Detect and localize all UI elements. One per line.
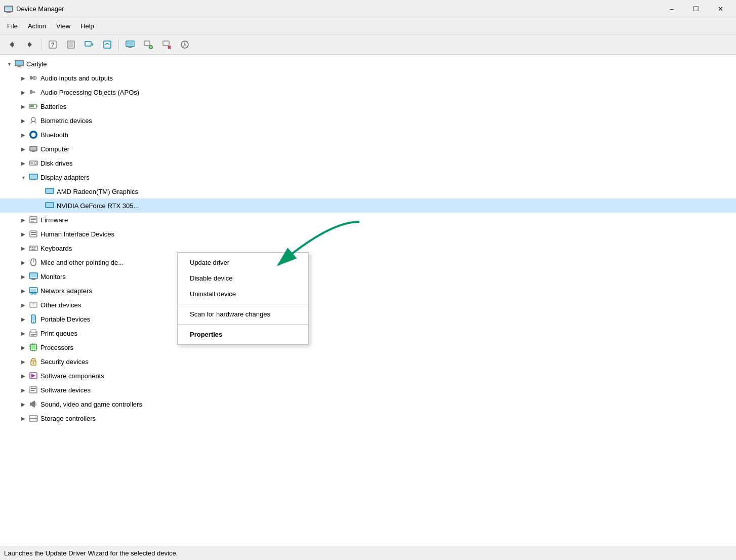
- tree-other[interactable]: ▶ ? Other devices: [0, 298, 736, 312]
- toolbar-update[interactable]: [176, 36, 193, 53]
- ctx-scan-hardware[interactable]: Scan for hardware changes: [178, 306, 308, 322]
- tree-software-components[interactable]: ▶ Software components: [0, 369, 736, 383]
- mice-toggle[interactable]: ▶: [18, 257, 28, 267]
- svg-rect-87: [34, 343, 35, 345]
- keyboards-toggle[interactable]: ▶: [18, 243, 28, 253]
- software-components-toggle[interactable]: ▶: [18, 371, 28, 381]
- toolbar-back[interactable]: [3, 36, 20, 53]
- tree-network[interactable]: ▶ Network adapters: [0, 284, 736, 298]
- toolbar-forward[interactable]: [21, 36, 38, 53]
- root-toggle[interactable]: ▾: [4, 59, 14, 69]
- firmware-icon: [28, 215, 38, 225]
- tree-keyboards[interactable]: ▶ Keyboards: [0, 241, 736, 255]
- computer-toggle[interactable]: ▶: [18, 144, 28, 154]
- tree-sound[interactable]: ▶ Sound, video and game controllers: [0, 397, 736, 411]
- toolbar-add-device[interactable]: [140, 36, 157, 53]
- svg-point-44: [34, 162, 37, 165]
- batteries-label: Batteries: [40, 103, 66, 110]
- processor-icon: [28, 342, 38, 352]
- batteries-toggle[interactable]: ▶: [18, 101, 28, 111]
- maximize-button[interactable]: ☐: [684, 2, 708, 16]
- ctx-properties[interactable]: Properties: [178, 327, 308, 342]
- tree-disk-drives[interactable]: ▶ Disk drives: [0, 156, 736, 170]
- tree-mice[interactable]: ▶ Mice and other pointing de...: [0, 255, 736, 269]
- tree-software-devices[interactable]: ▶ Software devices: [0, 383, 736, 397]
- hid-toggle[interactable]: ▶: [18, 229, 28, 239]
- tree-display-adapters[interactable]: ▾ Display adapters: [0, 170, 736, 184]
- main-content[interactable]: ▾ Carlyle ▶ Audio inputs: [0, 55, 736, 546]
- processors-label: Processors: [40, 344, 73, 351]
- toolbar-scan[interactable]: [99, 36, 116, 53]
- svg-rect-100: [31, 390, 34, 391]
- print-toggle[interactable]: ▶: [18, 328, 28, 338]
- status-bar: Launches the Update Driver Wizard for th…: [0, 546, 736, 560]
- toolbar-show-hidden[interactable]: [62, 36, 79, 53]
- toolbar-properties[interactable]: ?: [44, 36, 61, 53]
- tree-computer[interactable]: ▶ Computer: [0, 142, 736, 156]
- other-toggle[interactable]: ▶: [18, 300, 28, 310]
- tree-hid[interactable]: ▶ Human Interface Devices: [0, 227, 736, 241]
- svg-text:?: ?: [51, 42, 55, 48]
- svg-rect-89: [34, 350, 35, 351]
- toolbar-monitor[interactable]: [121, 36, 139, 53]
- tree-processors[interactable]: ▶ Processors: [0, 340, 736, 354]
- firmware-toggle[interactable]: ▶: [18, 215, 28, 225]
- svg-marker-102: [32, 401, 35, 408]
- hid-icon: [28, 229, 38, 239]
- tree-storage[interactable]: ▶ Storage controllers: [0, 411, 736, 425]
- tree-audio-processing[interactable]: ▶ Audio Processing Objects (APOs): [0, 85, 736, 99]
- biometric-toggle[interactable]: ▶: [18, 115, 28, 126]
- svg-rect-42: [32, 151, 35, 152]
- software-devices-toggle[interactable]: ▶: [18, 385, 28, 395]
- ctx-update-driver[interactable]: Update driver: [178, 255, 308, 270]
- monitors-toggle[interactable]: ▶: [18, 271, 28, 282]
- portable-toggle[interactable]: ▶: [18, 314, 28, 324]
- menu-bar: File Action View Help: [0, 18, 736, 34]
- tree-nvidia[interactable]: ▶ NVIDIA GeForce RTX 305...: [0, 198, 736, 213]
- security-toggle[interactable]: ▶: [18, 356, 28, 367]
- audio-inputs-toggle[interactable]: ▶: [18, 73, 28, 83]
- svg-rect-33: [30, 90, 32, 94]
- tree-biometric[interactable]: ▶ Biometric devices: [0, 113, 736, 128]
- tree-monitors[interactable]: ▶ Monitors: [0, 269, 736, 284]
- sound-toggle[interactable]: ▶: [18, 399, 28, 409]
- tree-portable[interactable]: ▶ Portable Devices: [0, 312, 736, 326]
- menu-action[interactable]: Action: [23, 20, 51, 32]
- amd-label: AMD Radeon(TM) Graphics: [57, 188, 138, 195]
- tree-amd-radeon[interactable]: ▶ AMD Radeon(TM) Graphics: [0, 184, 736, 198]
- processors-toggle[interactable]: ▶: [18, 342, 28, 352]
- audio-processing-toggle[interactable]: ▶: [18, 87, 28, 97]
- menu-view[interactable]: View: [51, 20, 75, 32]
- svg-rect-2: [6, 13, 12, 13]
- svg-rect-68: [30, 273, 37, 277]
- storage-toggle[interactable]: ▶: [18, 413, 28, 423]
- svg-rect-56: [31, 221, 34, 222]
- network-toggle[interactable]: ▶: [18, 286, 28, 296]
- tree-bluetooth[interactable]: ▶ ⬢ Bluetooth: [0, 128, 736, 142]
- menu-help[interactable]: Help: [75, 20, 99, 32]
- ctx-disable-device[interactable]: Disable device: [178, 270, 308, 286]
- svg-rect-69: [32, 278, 35, 279]
- tree-audio-inputs[interactable]: ▶ Audio inputs and outputs: [0, 71, 736, 85]
- tree-firmware[interactable]: ▶ Firmware: [0, 213, 736, 227]
- toolbar-update-driver[interactable]: [80, 36, 98, 53]
- menu-file[interactable]: File: [2, 20, 23, 32]
- minimize-button[interactable]: –: [660, 2, 683, 16]
- close-button[interactable]: ✕: [709, 2, 732, 16]
- tree-root[interactable]: ▾ Carlyle: [0, 57, 736, 71]
- tree-print[interactable]: ▶ Print queues: [0, 326, 736, 340]
- network-label: Network adapters: [40, 287, 92, 295]
- bluetooth-toggle[interactable]: ▶: [18, 130, 28, 140]
- svg-rect-19: [144, 41, 150, 46]
- svg-rect-90: [29, 346, 31, 347]
- tree-security[interactable]: ▶ Security devices: [0, 354, 736, 369]
- ctx-uninstall-device[interactable]: Uninstall device: [178, 286, 308, 302]
- storage-icon: [28, 413, 38, 423]
- display-adapters-toggle[interactable]: ▾: [18, 172, 28, 182]
- audio-processing-label: Audio Processing Objects (APOs): [40, 89, 139, 96]
- tree-batteries[interactable]: ▶ Batteries: [0, 99, 736, 113]
- disk-drives-toggle[interactable]: ▶: [18, 158, 28, 168]
- svg-rect-63: [34, 247, 35, 248]
- toolbar-uninstall[interactable]: [158, 36, 175, 53]
- svg-rect-30: [18, 66, 21, 67]
